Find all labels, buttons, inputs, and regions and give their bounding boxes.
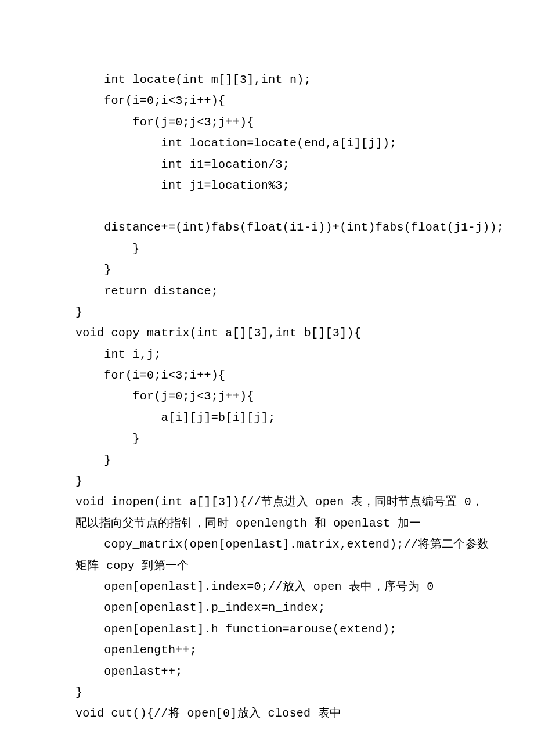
code-line: int location=locate(end,a[i][j]); — [75, 133, 459, 154]
code-line: } — [75, 450, 459, 471]
code-line: int j1=location%3; — [75, 175, 459, 196]
code-line: for(j=0;j<3;j++){ — [75, 386, 459, 407]
code-line: void copy_matrix(int a[][3],int b[][3]){ — [75, 323, 459, 344]
code-line: int i1=location/3; — [75, 154, 459, 175]
code-block: int locate(int m[][3],int n); for(i=0;i<… — [75, 70, 459, 725]
code-line: for(j=0;j<3;j++){ — [75, 112, 459, 133]
code-line: openlast++; — [75, 661, 459, 682]
code-line: } — [75, 239, 459, 260]
code-line: open[openlast].p_index=n_index; — [75, 597, 459, 618]
code-line: for(i=0;i<3;i++){ — [75, 365, 459, 386]
code-line: a[i][j]=b[i][j]; — [75, 408, 459, 429]
code-line: distance+=(int)fabs(float(i1-i))+(int)fa… — [75, 217, 459, 238]
code-line: void inopen(int a[][3]){//节点进入 open 表，同时… — [75, 492, 459, 513]
code-line: copy_matrix(open[openlast].matrix,extend… — [75, 534, 459, 555]
code-line: } — [75, 471, 459, 492]
document-page: int locate(int m[][3],int n); for(i=0;i<… — [0, 0, 534, 756]
code-line: for(i=0;i<3;i++){ — [75, 91, 459, 111]
code-line: open[openlast].index=0;//放入 open 表中，序号为 … — [75, 577, 459, 597]
code-line: 矩阵 copy 到第一个 — [75, 556, 459, 577]
code-line: openlength++; — [75, 640, 459, 661]
code-line: 配以指向父节点的指针，同时 openlength 和 openlast 加一 — [75, 513, 459, 534]
code-line: } — [75, 429, 459, 449]
code-line: } — [75, 302, 459, 323]
code-line: void cut(){//将 open[0]放入 closed 表中 — [75, 703, 459, 724]
code-line: int i,j; — [75, 344, 459, 365]
code-line: open[openlast].h_function=arouse(extend)… — [75, 619, 459, 640]
code-line: } — [75, 682, 459, 703]
code-line: return distance; — [75, 281, 459, 302]
blank-line — [75, 196, 459, 217]
code-line: int locate(int m[][3],int n); — [75, 70, 459, 91]
code-line: } — [75, 260, 459, 280]
